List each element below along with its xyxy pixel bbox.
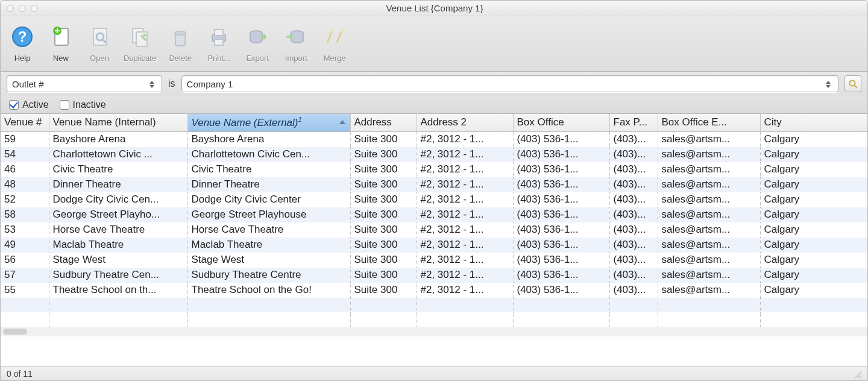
column-header-addr[interactable]: Address (350, 114, 417, 131)
table-row-empty (1, 312, 867, 327)
cell-name_ext: George Street Playhouse (187, 207, 350, 222)
cell-fax: (403)... (609, 253, 658, 268)
table-row[interactable]: 55Theatre School on th...Theatre School … (1, 283, 867, 298)
toolbar-label: Duplicate (124, 54, 156, 63)
toolbar-label: Merge (324, 54, 346, 63)
stepper-icon (826, 78, 834, 90)
table-row[interactable]: 48Dinner TheatreDinner TheatreSuite 300#… (1, 177, 867, 192)
minimize-button[interactable] (19, 5, 26, 12)
merge-button: Merge (316, 20, 353, 71)
help-button[interactable]: ?Help (4, 20, 40, 71)
table-wrap: Venue #Venue Name (Internal)Venue Name (… (1, 114, 867, 366)
cell-addr: Suite 300 (350, 207, 417, 222)
cell-fax: (403)... (609, 192, 658, 207)
cell-city: Calgary (760, 207, 867, 222)
cell-venue_no: 53 (1, 222, 49, 238)
cell-city: Calgary (760, 238, 867, 253)
cell-addr: Suite 300 (350, 238, 417, 253)
cell-addr2: #2, 3012 - 1... (417, 253, 513, 268)
cell-city: Calgary (760, 222, 867, 238)
column-header-city[interactable]: City (760, 114, 867, 131)
cell-email: sales@artsm... (658, 131, 760, 147)
cell-fax: (403)... (609, 238, 658, 253)
svg-point-15 (330, 29, 334, 33)
cell-addr2: #2, 3012 - 1... (417, 222, 513, 238)
cell-name_int: Dinner Theatre (49, 177, 187, 192)
cell-city: Calgary (760, 192, 867, 207)
traffic-lights (7, 5, 38, 12)
horizontal-scrollbar[interactable] (1, 327, 867, 336)
table-row[interactable]: 49Maclab TheatreMaclab TheatreSuite 300#… (1, 238, 867, 253)
filter-operator: is (168, 78, 175, 89)
sort-asc-icon (339, 120, 345, 124)
filter-field-value: Outlet # (12, 79, 44, 89)
table-row[interactable]: 56Stage WestStage WestSuite 300#2, 3012 … (1, 253, 867, 268)
resize-handle[interactable] (853, 370, 861, 378)
cell-name_ext: Bayshore Arena (187, 131, 350, 147)
open-button: Open (81, 20, 118, 71)
filter-value: Company 1 (187, 79, 233, 89)
cell-box: (403) 536-1... (513, 177, 609, 192)
table-row[interactable]: 57Sudbury Theatre Cen...Sudbury Theatre … (1, 268, 867, 283)
cell-name_ext: Maclab Theatre (187, 238, 350, 253)
search-icon (848, 79, 858, 89)
cell-name_int: Theatre School on th... (49, 283, 187, 298)
filter-value-select[interactable]: Company 1 (181, 75, 838, 92)
table-row[interactable]: 53Horse Cave TheatreHorse Cave TheatreSu… (1, 222, 867, 238)
cell-venue_no: 55 (1, 283, 49, 298)
column-label: Address (354, 116, 392, 128)
import-icon (281, 22, 310, 51)
cell-fax: (403)... (609, 283, 658, 298)
table-row[interactable]: 52Dodge City Civic Cen...Dodge City Civi… (1, 192, 867, 207)
column-header-fax[interactable]: Fax P... (609, 114, 658, 131)
cell-venue_no: 46 (1, 162, 49, 177)
table-row[interactable]: 59Bayshore ArenaBayshore ArenaSuite 300#… (1, 131, 867, 147)
new-button[interactable]: New (43, 20, 79, 71)
cell-box: (403) 536-1... (513, 283, 609, 298)
cell-fax: (403)... (609, 147, 658, 162)
cell-venue_no: 56 (1, 253, 49, 268)
search-button[interactable] (844, 75, 861, 92)
cell-box: (403) 536-1... (513, 253, 609, 268)
toolbar: ?HelpNewOpenDuplicateDeletePrint...Expor… (1, 16, 867, 72)
venue-table: Venue #Venue Name (Internal)Venue Name (… (1, 114, 867, 327)
scrollbar-thumb[interactable] (3, 329, 27, 335)
status-filter-row: Active Inactive (1, 96, 867, 114)
column-header-box[interactable]: Box Office (513, 114, 609, 131)
table-row[interactable]: 46Civic TheatreCivic TheatreSuite 300#2,… (1, 162, 867, 177)
window: Venue List {Company 1} ?HelpNewOpenDupli… (0, 0, 868, 381)
inactive-checkbox[interactable]: Inactive (60, 99, 106, 110)
cell-box: (403) 536-1... (513, 147, 609, 162)
cell-fax: (403)... (609, 177, 658, 192)
active-checkbox[interactable]: Active (9, 99, 49, 110)
cell-box: (403) 536-1... (513, 192, 609, 207)
cell-city: Calgary (760, 283, 867, 298)
filter-field-select[interactable]: Outlet # (7, 75, 162, 92)
close-button[interactable] (7, 5, 14, 12)
cell-fax: (403)... (609, 131, 658, 147)
column-header-name_int[interactable]: Venue Name (Internal) (49, 114, 187, 131)
cell-email: sales@artsm... (658, 283, 760, 298)
table-row[interactable]: 58George Street Playho...George Street P… (1, 207, 867, 222)
cell-name_int: Horse Cave Theatre (49, 222, 187, 238)
zoom-button[interactable] (31, 5, 38, 12)
table-body: 59Bayshore ArenaBayshore ArenaSuite 300#… (1, 131, 867, 327)
cell-email: sales@artsm... (658, 207, 760, 222)
column-header-email[interactable]: Box Office E... (658, 114, 760, 131)
column-header-venue_no[interactable]: Venue # (1, 114, 49, 131)
cell-city: Calgary (760, 131, 867, 147)
cell-name_int: Dodge City Civic Cen... (49, 192, 187, 207)
merge-icon (320, 22, 349, 51)
cell-name_int: Charlottetown Civic ... (49, 147, 187, 162)
cell-box: (403) 536-1... (513, 162, 609, 177)
table-row-empty (1, 298, 867, 312)
toolbar-label: Open (90, 54, 109, 63)
cell-addr2: #2, 3012 - 1... (417, 207, 513, 222)
column-header-addr2[interactable]: Address 2 (417, 114, 513, 131)
cell-name_ext: Sudbury Theatre Centre (187, 268, 350, 283)
column-label: Box Office E... (662, 116, 727, 128)
cell-addr: Suite 300 (350, 162, 417, 177)
column-header-name_ext[interactable]: Venue Name (External)1 (187, 114, 350, 131)
active-label: Active (22, 99, 49, 110)
table-row[interactable]: 54Charlottetown Civic ...Charlottetown C… (1, 147, 867, 162)
